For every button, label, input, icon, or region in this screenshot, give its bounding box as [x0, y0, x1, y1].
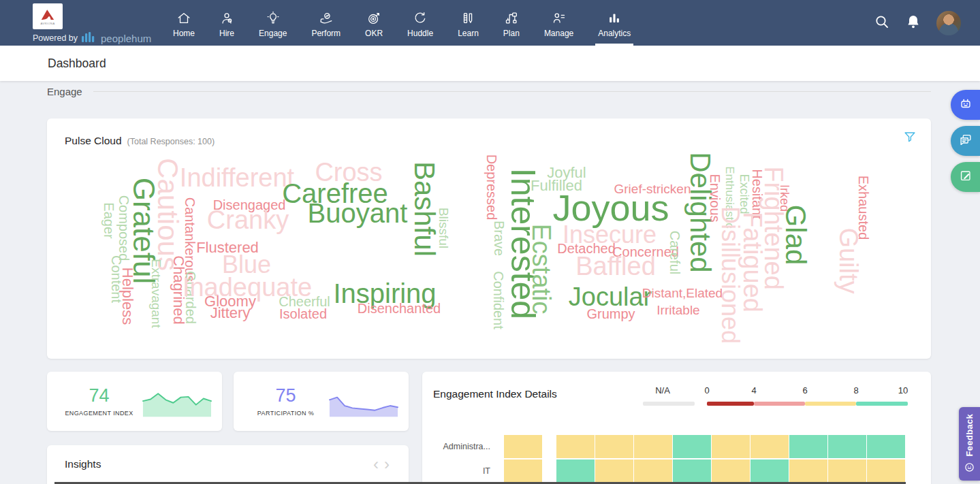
insights-title: Insights	[65, 458, 101, 470]
legend-label: 8	[853, 385, 858, 396]
participation-value: 75	[243, 386, 328, 406]
bot-icon	[958, 96, 973, 114]
top-nav: AVRIONA Powered by peoplehum HomeHireEng…	[0, 0, 980, 46]
section-label: Engage	[47, 86, 82, 97]
heatmap-cell[interactable]	[504, 459, 542, 483]
nav-item-home[interactable]: Home	[170, 0, 197, 46]
cloud-word: Grief-stricken	[614, 182, 691, 195]
participation-card: 75 PARTICIPATION %	[234, 372, 409, 431]
insights-card: Insights ‹› R&D is your least engaged te…	[47, 445, 409, 484]
search-icon[interactable]	[874, 14, 890, 33]
heatmap-cell[interactable]	[789, 435, 827, 458]
cloud-word: Careful	[668, 231, 682, 274]
cloud-word: Eager	[102, 202, 116, 238]
nav-item-analytics[interactable]: Analytics	[595, 0, 633, 46]
heatmap-cell[interactable]	[867, 459, 905, 483]
heatmap-cell[interactable]	[750, 459, 789, 483]
nav-item-label: OKR	[365, 29, 383, 38]
heatmap-cell[interactable]	[634, 435, 672, 458]
nav-item-label: Engage	[259, 29, 287, 38]
nav-item-plan[interactable]: Plan	[501, 0, 522, 46]
logo-text: AVRIONA	[40, 22, 54, 25]
nav-item-label: Manage	[544, 29, 573, 38]
cloud-word: Ecstatic	[528, 223, 554, 314]
nav-item-hire[interactable]: Hire	[217, 0, 237, 46]
heatmap-cell[interactable]	[712, 459, 750, 483]
cloud-word: Distant,Elated	[642, 287, 723, 300]
legend-label: 4	[751, 385, 756, 396]
pulse-cloud-title: Pulse Cloud	[65, 135, 122, 147]
avriona-logo-icon	[39, 7, 57, 22]
heatmap-row: Administra...	[433, 435, 906, 458]
nav-item-label: Analytics	[598, 29, 631, 38]
cloud-word: Blissful	[437, 208, 450, 248]
nav-item-huddle[interactable]: Huddle	[405, 0, 436, 46]
user-avatar[interactable]	[936, 11, 961, 35]
notifications-bell-icon[interactable]	[905, 14, 921, 33]
huddle-icon	[413, 10, 428, 27]
heatmap-cell[interactable]	[595, 459, 633, 483]
engagement-heatmap: Administra...IT	[433, 435, 906, 484]
heatmap-cell[interactable]	[750, 435, 789, 458]
legend-label: N/A	[655, 385, 670, 396]
engagement-index-sparkline	[142, 385, 212, 418]
nav-item-learn[interactable]: Learn	[455, 0, 481, 46]
filter-icon[interactable]	[902, 129, 917, 147]
nav-item-perform[interactable]: Perform	[309, 0, 343, 46]
legend-segment	[856, 402, 908, 406]
nav-item-label: Plan	[503, 29, 520, 38]
heatmap-row: IT	[433, 459, 906, 483]
cloud-word: Helpless	[120, 268, 135, 325]
legend-segment	[707, 402, 754, 406]
bot-fab-button[interactable]	[951, 90, 980, 120]
compose-fab-button[interactable]	[951, 162, 980, 192]
nav-right	[874, 0, 961, 46]
nav-item-label: Perform	[311, 29, 341, 38]
section-row: Engage	[47, 86, 931, 97]
cloud-word: Bashful	[410, 161, 439, 257]
heatmap-cell[interactable]	[828, 459, 866, 483]
heatmap-cell[interactable]	[673, 435, 711, 458]
heatmap-cell[interactable]	[828, 435, 866, 458]
nav-item-label: Home	[173, 29, 195, 38]
cloud-word: Cautious	[153, 158, 182, 271]
heatmap-cell[interactable]	[634, 459, 672, 483]
heatmap-row-label: Administra...	[433, 435, 504, 458]
peoplehum-bars-icon	[82, 32, 97, 44]
heatmap-cell[interactable]	[556, 435, 595, 458]
heatmap-cell[interactable]	[789, 459, 827, 483]
legend-label: 0	[704, 385, 709, 396]
heatmap-cell[interactable]	[867, 435, 905, 458]
chat-fab-button[interactable]	[951, 126, 980, 156]
legend-scale-labels: N/A046810	[422, 385, 931, 398]
compose-icon	[958, 168, 973, 186]
chevron-left-icon[interactable]: ‹	[373, 455, 384, 473]
nav-item-label: Learn	[458, 29, 479, 38]
word-cloud: EagerComposedGratefulContentHelplessCaut…	[47, 153, 931, 359]
cloud-word: Baffled	[575, 253, 656, 279]
company-logo[interactable]: AVRIONA	[33, 3, 63, 29]
legend-segment	[805, 402, 856, 406]
chat-icon	[958, 132, 973, 150]
chevron-right-icon[interactable]: ›	[384, 455, 395, 473]
feedback-label: Feedback	[964, 414, 975, 456]
heatmap-cell[interactable]	[504, 435, 542, 458]
nav-item-okr[interactable]: OKR	[362, 0, 385, 46]
heatmap-cell[interactable]	[556, 459, 595, 483]
hire-icon	[219, 10, 234, 27]
heatmap-cell[interactable]	[673, 459, 711, 483]
powered-by-text: Powered by	[33, 33, 78, 43]
legend-label: 6	[802, 385, 807, 396]
legend-scale-bar	[422, 402, 931, 406]
nav-item-label: Hire	[219, 29, 234, 38]
engagement-index-card: 74 ENGAGEMENT INDEX	[47, 372, 222, 431]
nav-item-engage[interactable]: Engage	[256, 0, 289, 46]
feedback-tab[interactable]: Feedback	[959, 407, 980, 481]
nav-item-manage[interactable]: Manage	[541, 0, 576, 46]
plan-icon	[504, 10, 519, 27]
heatmap-cell[interactable]	[712, 435, 750, 458]
heatmap-cell[interactable]	[595, 435, 633, 458]
learn-icon	[460, 10, 475, 27]
cloud-word: Indifferent	[180, 165, 294, 191]
cloud-word: Grumpy	[586, 307, 635, 321]
